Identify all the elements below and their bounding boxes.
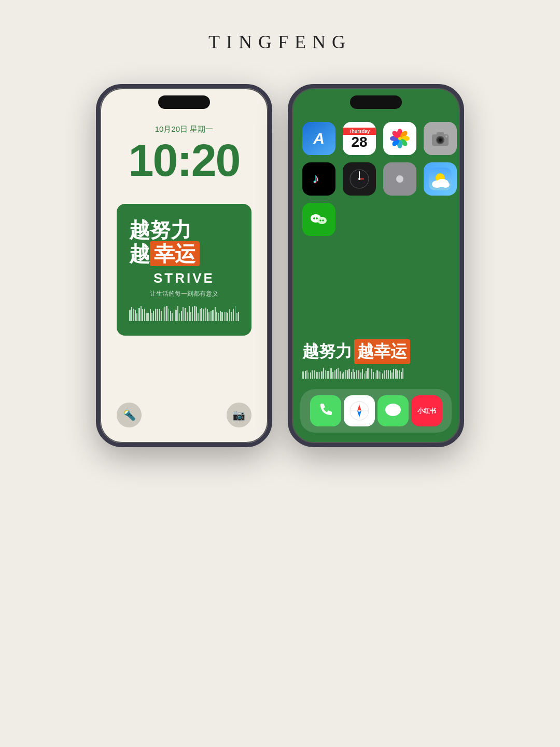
home-screen-phone: A Thursday 28 — [288, 84, 464, 447]
svg-point-12 — [439, 139, 442, 142]
svg-rect-29 — [402, 171, 408, 177]
dynamic-island-right — [350, 95, 402, 109]
camera-quick-icon[interactable]: 📷 — [227, 403, 251, 427]
widget-text-2a: 越 — [129, 242, 150, 265]
lock-time: 10:20 — [128, 137, 240, 183]
barcode — [129, 306, 240, 321]
svg-rect-31 — [392, 171, 398, 177]
wallpaper-barcode — [302, 367, 450, 379]
svg-rect-28 — [402, 181, 408, 187]
wallpaper-chinese-text: 越努力越幸运 — [302, 339, 450, 364]
app-icon-camera[interactable] — [424, 122, 457, 155]
lock-date: 10月20日 星期一 — [155, 125, 214, 134]
lock-screen-phone: 10月20日 星期一 10:20 越努力 越幸运 STRIVE 让生活的每一刻都… — [96, 84, 272, 447]
app-icon-photos[interactable] — [383, 122, 416, 155]
svg-point-50 — [385, 404, 401, 416]
svg-rect-27 — [398, 170, 401, 175]
svg-rect-26 — [398, 183, 401, 188]
svg-point-36 — [441, 182, 450, 188]
svg-point-14 — [445, 135, 447, 137]
app-icon-tiktok[interactable]: ♪ ♪ ♪ — [302, 162, 335, 196]
flashlight-icon[interactable]: 🔦 — [117, 403, 142, 427]
wallpaper-part1: 越努力 — [302, 340, 352, 363]
svg-point-43 — [322, 219, 324, 222]
svg-rect-30 — [392, 181, 398, 187]
calendar-date: 28 — [351, 135, 367, 149]
app-icon-weather[interactable] — [424, 162, 457, 196]
redbook-label: 小红书 — [417, 407, 436, 416]
lock-bottom-icons: 🔦 📷 — [117, 403, 251, 427]
svg-text:♪: ♪ — [313, 171, 320, 187]
svg-point-42 — [319, 219, 321, 222]
lock-widget: 越努力 越幸运 STRIVE 让生活的每一刻都有意义 — [117, 204, 251, 336]
wallpaper-text: 越努力越幸运 — [292, 329, 460, 384]
app-icon-clock[interactable] — [343, 162, 376, 196]
widget-line2: 越幸运 — [129, 241, 239, 266]
app-grid: A Thursday 28 — [292, 117, 460, 241]
dock-icon-phone[interactable] — [310, 395, 341, 426]
app-icon-settings[interactable] — [383, 162, 416, 196]
widget-text-1: 越努力 — [129, 218, 191, 241]
svg-point-39 — [313, 217, 315, 219]
home-screen: A Thursday 28 — [292, 88, 460, 443]
widget-highlight-text: 幸运 — [150, 241, 200, 266]
widget-strive: STRIVE — [153, 270, 215, 286]
svg-point-22 — [358, 178, 360, 180]
dock-icon-messages[interactable] — [377, 395, 409, 426]
app-icon-calendar[interactable]: Thursday 28 — [343, 122, 376, 155]
widget-subtitle: 让生活的每一刻都有意义 — [150, 289, 218, 298]
dynamic-island-left — [158, 95, 210, 109]
widget-line1: 越努力 — [129, 218, 239, 241]
svg-rect-13 — [437, 132, 444, 135]
lock-screen: 10月20日 星期一 10:20 越努力 越幸运 STRIVE 让生活的每一刻都… — [100, 88, 268, 443]
svg-point-40 — [316, 217, 318, 219]
svg-point-41 — [317, 217, 327, 224]
dock-icon-redbook[interactable]: 小红书 — [411, 395, 442, 426]
dock-icon-safari[interactable] — [344, 395, 375, 426]
brand-title: TINGFENG — [208, 31, 352, 53]
wallpaper-part2: 越幸运 — [354, 339, 410, 364]
dock: 小红书 — [300, 389, 452, 433]
app-icon-wechat[interactable] — [302, 203, 335, 236]
app-icon-appstore[interactable]: A — [302, 122, 335, 155]
phones-container: 10月20日 星期一 10:20 越努力 越幸运 STRIVE 让生活的每一刻都… — [0, 84, 560, 447]
svg-point-23 — [396, 175, 403, 183]
